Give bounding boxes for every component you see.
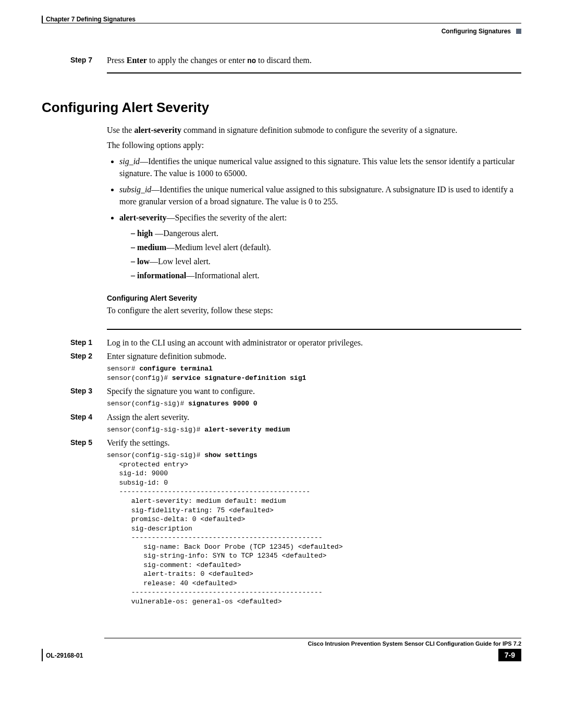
list-item: low—Low level alert.: [131, 255, 521, 267]
document-page: Chapter 7 Defining Signatures Configurin…: [0, 0, 563, 677]
step-text: Verify the settings.: [107, 438, 169, 448]
code-block: sensor(config-sig)# signatures 9000 0: [107, 399, 521, 409]
step-7: Step 7 Press Enter to apply the changes …: [70, 56, 521, 65]
section-title: Configuring Alert Severity: [42, 100, 521, 116]
severity-sublist: high —Dangerous alert. medium—Medium lev…: [119, 227, 521, 282]
step-label: Step 7: [70, 56, 107, 65]
page-header: Chapter 7 Defining Signatures: [42, 16, 521, 23]
list-item: informational—Informational alert.: [131, 269, 521, 281]
code-block: sensor(config-sig-sig)# alert-severity m…: [107, 425, 521, 435]
step-label: Step 4: [70, 413, 107, 422]
subheading: Configuring Alert Severity: [107, 294, 521, 302]
list-item: medium—Medium level alert (default).: [131, 241, 521, 253]
header-rule: [42, 23, 521, 23]
doc-number: OL-29168-01: [42, 649, 83, 661]
list-item: sig_id—Identifies the unique numerical v…: [119, 155, 521, 179]
page-number: 7-9: [498, 649, 521, 661]
corner-marker-icon: [516, 29, 521, 34]
step-label: Step 1: [70, 338, 107, 348]
step-text: Enter signature definition submode.: [107, 352, 226, 361]
following-text: The following options apply:: [107, 140, 521, 151]
step-1: Step 1 Log in to the CLI using an accoun…: [70, 338, 521, 348]
section-header: Configuring Signatures: [42, 28, 521, 35]
options-list: sig_id—Identifies the unique numerical v…: [107, 155, 521, 282]
step-4: Step 4 Assign the alert severity.: [70, 413, 521, 422]
step-text: Specify the signature you want to config…: [107, 387, 255, 396]
list-item: high —Dangerous alert.: [131, 227, 521, 239]
subhead-text: To configure the alert severity, follow …: [107, 305, 521, 316]
page-footer: Cisco Intrusion Prevention System Sensor…: [42, 638, 521, 661]
step-text: Assign the alert severity.: [107, 413, 189, 422]
step-text: Log in to the CLI using an account with …: [107, 338, 363, 348]
code-block: sensor# configure terminal sensor(config…: [107, 364, 521, 382]
footer-bar: OL-29168-01 7-9: [42, 649, 521, 661]
intro-text: Use the alert-severity command in signat…: [107, 125, 521, 136]
list-item: alert-severity—Specifies the severity of…: [119, 212, 521, 281]
footer-guide-title: Cisco Intrusion Prevention System Sensor…: [42, 640, 521, 647]
step-3: Step 3 Specify the signature you want to…: [70, 387, 521, 396]
rule: [107, 72, 521, 73]
step-5: Step 5 Verify the settings.: [70, 438, 521, 448]
step-2: Step 2 Enter signature definition submod…: [70, 352, 521, 361]
list-item: subsig_id—Identifies the unique numerica…: [119, 183, 521, 207]
code-block: sensor(config-sig-sig)# show settings <p…: [107, 451, 521, 606]
rule: [107, 329, 521, 330]
section-label: Configuring Signatures: [442, 28, 511, 35]
step-label: Step 3: [70, 387, 107, 396]
chapter-label: Chapter 7 Defining Signatures: [42, 16, 136, 23]
step-text: Press Enter to apply the changes or ente…: [107, 56, 312, 65]
footer-rule: [104, 638, 521, 638]
step-label: Step 2: [70, 352, 107, 361]
step-label: Step 5: [70, 438, 107, 448]
